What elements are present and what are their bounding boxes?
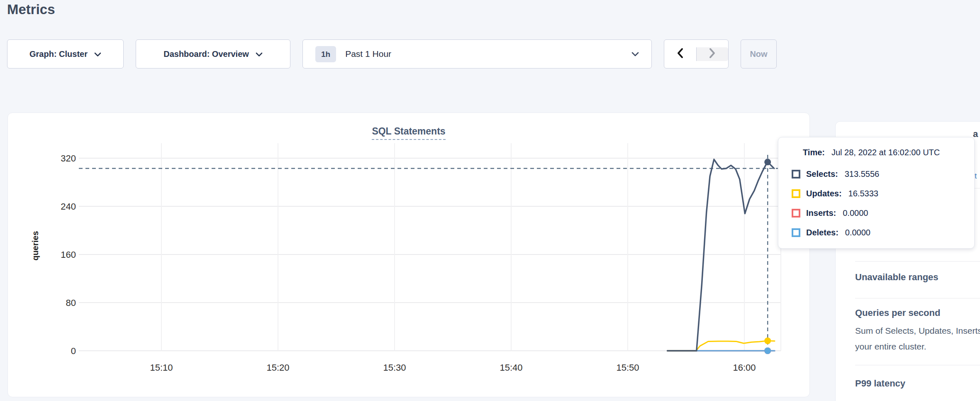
tooltip-series-value: 0.0000 — [843, 208, 868, 218]
y-tick-label: 80 — [66, 298, 76, 308]
y-tick-label: 0 — [71, 346, 76, 356]
x-tick-label: 15:50 — [616, 362, 639, 373]
series-line-updates — [668, 341, 775, 351]
x-tick-label: 15:10 — [150, 362, 173, 373]
tooltip-row-selects: Selects: 313.5556 — [792, 168, 879, 180]
y-tick-label: 320 — [61, 153, 76, 164]
hover-dot-selects — [764, 159, 771, 165]
tooltip-time-value: Jul 28, 2022 at 16:02:00 UTC — [831, 148, 940, 157]
series-line-selects — [668, 159, 774, 351]
tooltip-row-deletes: Deletes: 0.0000 — [792, 227, 870, 238]
tooltip-series-label: Inserts: — [806, 208, 836, 218]
x-tick-label: 15:40 — [500, 362, 522, 373]
tooltip-series-value: 0.0000 — [845, 228, 870, 237]
hover-dot-deletes — [764, 347, 771, 354]
x-tick-label: 15:20 — [266, 362, 289, 373]
deletes-swatch-icon — [792, 228, 800, 237]
tooltip-series-value: 313.5556 — [845, 169, 879, 179]
tooltip-series-label: Updates: — [806, 189, 842, 198]
y-tick-label: 160 — [61, 249, 76, 260]
metrics-page: Metrics Graph: Cluster Dashboard: Overvi… — [0, 0, 980, 401]
tooltip-row-inserts: Inserts: 0.0000 — [792, 207, 868, 219]
chart-hover-tooltip: Time: Jul 28, 2022 at 16:02:00 UTC Selec… — [778, 137, 975, 249]
tooltip-time-label: Time: — [803, 148, 825, 157]
inserts-swatch-icon — [792, 209, 800, 218]
x-tick-label: 15:30 — [383, 362, 406, 373]
updates-swatch-icon — [792, 189, 800, 198]
tooltip-row-updates: Updates: 16.5333 — [792, 188, 878, 199]
hover-dot-updates — [764, 337, 771, 344]
tooltip-series-label: Deletes: — [806, 228, 839, 237]
selects-swatch-icon — [792, 170, 800, 178]
tooltip-series-label: Selects: — [806, 169, 838, 179]
x-tick-label: 16:00 — [733, 362, 756, 373]
y-tick-label: 240 — [61, 201, 76, 212]
tooltip-time-row: Time: Jul 28, 2022 at 16:02:00 UTC — [803, 147, 940, 158]
tooltip-series-value: 16.5333 — [848, 189, 878, 198]
